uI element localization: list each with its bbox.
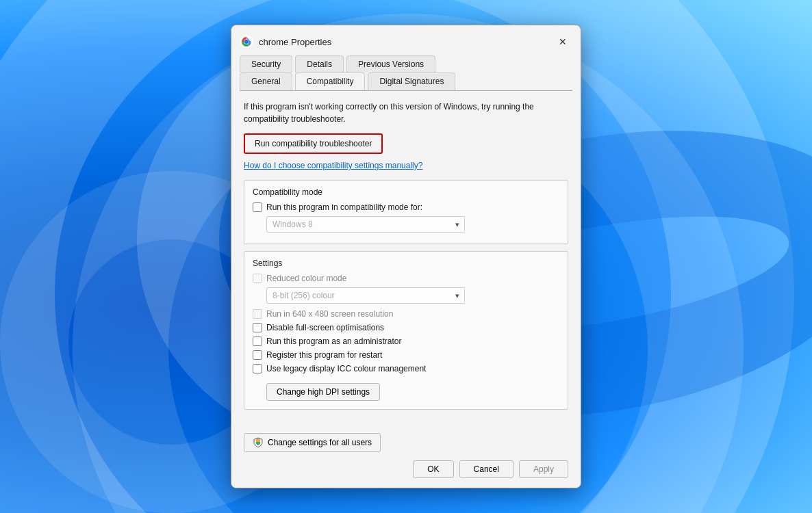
content-area: If this program isn't working correctly … <box>231 91 581 426</box>
compatibility-dropdown[interactable]: Windows 8 Windows 7 Windows Vista (SP2) … <box>266 216 465 233</box>
properties-dialog: chrome Properties ✕ Security Details Pre… <box>231 25 581 488</box>
run-as-admin-row: Run this program as an administrator <box>253 337 559 346</box>
dialog-overlay: chrome Properties ✕ Security Details Pre… <box>0 0 812 513</box>
colour-dropdown[interactable]: 8-bit (256) colour <box>266 287 465 304</box>
compatibility-mode-label: Compatibility mode <box>253 187 559 197</box>
screen-resolution-checkbox[interactable] <box>253 309 262 319</box>
tabs-row-top: Security Details Previous Versions <box>240 55 572 73</box>
register-restart-checkbox[interactable] <box>253 350 262 360</box>
close-button[interactable]: ✕ <box>553 32 572 51</box>
settings-label: Settings <box>253 259 559 268</box>
tab-compatibility[interactable]: Compatibility <box>295 73 366 90</box>
change-all-users-button[interactable]: Change settings for all users <box>244 433 381 452</box>
title-bar-left: chrome Properties <box>240 35 331 49</box>
tab-details[interactable]: Details <box>295 55 344 73</box>
legacy-icc-checkbox[interactable] <box>253 364 262 373</box>
disable-fullscreen-checkbox[interactable] <box>253 323 262 332</box>
help-link[interactable]: How do I choose compatibility settings m… <box>244 161 568 170</box>
intro-text: If this program isn't working correctly … <box>244 101 568 125</box>
reduced-colour-checkbox[interactable] <box>253 274 262 283</box>
troubleshooter-button[interactable]: Run compatibility troubleshooter <box>244 133 383 154</box>
tab-general[interactable]: General <box>240 73 292 90</box>
change-all-users-label: Change settings for all users <box>268 438 372 447</box>
tab-security[interactable]: Security <box>240 55 292 73</box>
chrome-icon <box>240 35 253 49</box>
apply-button[interactable]: Apply <box>519 460 568 478</box>
run-as-admin-label: Run this program as an administrator <box>266 337 401 346</box>
colour-dropdown-wrapper: 8-bit (256) colour <box>266 287 465 304</box>
title-bar: chrome Properties ✕ <box>231 25 581 51</box>
bottom-section: Change settings for all users OK Cancel … <box>231 426 581 488</box>
tab-digital-signatures[interactable]: Digital Signatures <box>368 73 455 90</box>
dialog-title: chrome Properties <box>259 37 331 47</box>
reduced-colour-row: Reduced colour mode <box>253 274 559 283</box>
compatibility-mode-section: Compatibility mode Run this program in c… <box>244 180 568 244</box>
legacy-icc-label: Use legacy display ICC colour management <box>266 364 426 373</box>
settings-section: Settings Reduced colour mode 8-bit (256)… <box>244 251 568 410</box>
register-restart-label: Register this program for restart <box>266 350 382 360</box>
colour-dropdown-row: 8-bit (256) colour <box>266 287 559 304</box>
compatibility-dropdown-row: Windows 8 Windows 7 Windows Vista (SP2) … <box>266 216 559 233</box>
register-restart-row: Register this program for restart <box>253 350 559 360</box>
run-as-admin-checkbox[interactable] <box>253 337 262 346</box>
screen-resolution-label: Run in 640 x 480 screen resolution <box>266 309 393 319</box>
tab-previous-versions[interactable]: Previous Versions <box>346 55 435 73</box>
compatibility-mode-checkbox[interactable] <box>253 202 262 212</box>
action-buttons: OK Cancel Apply <box>244 460 568 478</box>
svg-point-3 <box>244 40 249 44</box>
compatibility-mode-checkbox-label: Run this program in compatibility mode f… <box>266 202 422 212</box>
ok-button[interactable]: OK <box>413 460 453 478</box>
reduced-colour-label: Reduced colour mode <box>266 274 346 283</box>
legacy-icc-row: Use legacy display ICC colour management <box>253 364 559 373</box>
compatibility-mode-checkbox-row: Run this program in compatibility mode f… <box>253 202 559 212</box>
tabs-wrapper: Security Details Previous Versions Gener… <box>231 51 581 91</box>
cancel-button[interactable]: Cancel <box>459 460 513 478</box>
tabs-row-bottom: General Compatibility Digital Signatures <box>240 73 572 91</box>
change-dpi-button[interactable]: Change high DPI settings <box>266 383 380 401</box>
shield-icon <box>253 437 264 448</box>
compatibility-dropdown-wrapper: Windows 8 Windows 7 Windows Vista (SP2) … <box>266 216 465 233</box>
disable-fullscreen-row: Disable full-screen optimisations <box>253 323 559 332</box>
disable-fullscreen-label: Disable full-screen optimisations <box>266 323 384 332</box>
screen-resolution-row: Run in 640 x 480 screen resolution <box>253 309 559 319</box>
